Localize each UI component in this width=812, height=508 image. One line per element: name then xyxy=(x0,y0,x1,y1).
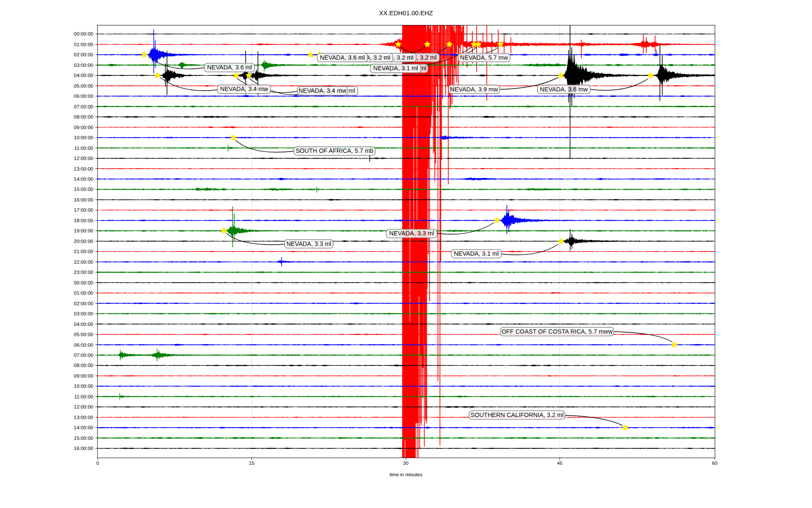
svg-text:06:00:00: 06:00:00 xyxy=(74,342,93,348)
svg-text:OFF COAST OF COSTA RICA, 5.7 m: OFF COAST OF COSTA RICA, 5.7 mww xyxy=(502,328,613,335)
svg-text:NEVADA, 3.6 mw: NEVADA, 3.6 mw xyxy=(540,86,588,93)
svg-text:16:00:00: 16:00:00 xyxy=(74,197,93,203)
svg-text:12:00:00: 12:00:00 xyxy=(74,404,93,410)
svg-text:14:00:00: 14:00:00 xyxy=(74,176,93,182)
svg-text:07:00:00: 07:00:00 xyxy=(74,104,93,110)
svg-text:01:00:00: 01:00:00 xyxy=(74,290,93,296)
svg-text:SOUTH OF AFRICA, 5.7 mb: SOUTH OF AFRICA, 5.7 mb xyxy=(296,147,373,154)
svg-text:SOUTHERN CALIFORNIA, 3.2 ml: SOUTHERN CALIFORNIA, 3.2 ml xyxy=(471,411,564,418)
svg-text:10:00:00: 10:00:00 xyxy=(74,383,93,389)
svg-text:08:00:00: 08:00:00 xyxy=(74,362,93,368)
svg-text:15: 15 xyxy=(249,461,255,466)
svg-text:04:00:00: 04:00:00 xyxy=(74,72,93,78)
svg-text:13:00:00: 13:00:00 xyxy=(74,414,93,420)
svg-text:17:00:00: 17:00:00 xyxy=(74,207,93,213)
svg-text:03:00:00: 03:00:00 xyxy=(74,311,93,317)
svg-text:NEVADA, 3.3 ml: NEVADA, 3.3 ml xyxy=(389,230,434,237)
svg-text:11:00:00: 11:00:00 xyxy=(74,145,93,151)
svg-text:NEVADA, 3.9 mw: NEVADA, 3.9 mw xyxy=(450,86,498,93)
svg-text:07:00:00: 07:00:00 xyxy=(74,352,93,358)
svg-text:30: 30 xyxy=(403,461,409,466)
svg-text:05:00:00: 05:00:00 xyxy=(74,83,93,89)
svg-text:09:00:00: 09:00:00 xyxy=(74,373,93,379)
svg-text:12:00:00: 12:00:00 xyxy=(74,155,93,161)
svg-text:11:00:00: 11:00:00 xyxy=(74,394,93,400)
svg-text:14:00:00: 14:00:00 xyxy=(74,425,93,431)
svg-text:NEVADA, 3.4 mw: NEVADA, 3.4 mw xyxy=(299,87,347,94)
svg-text:09:00:00: 09:00:00 xyxy=(74,124,93,130)
svg-text:time in minutes: time in minutes xyxy=(390,472,422,477)
svg-text:06:00:00: 06:00:00 xyxy=(74,93,93,99)
svg-text:04:00:00: 04:00:00 xyxy=(74,321,93,327)
svg-text:15:00:00: 15:00:00 xyxy=(74,186,93,192)
svg-text:19:00:00: 19:00:00 xyxy=(74,228,93,234)
svg-text:NEVADA, 3.1 ml: NEVADA, 3.1 ml xyxy=(373,65,418,72)
svg-text:08:00:00: 08:00:00 xyxy=(74,114,93,120)
svg-text:02:00:00: 02:00:00 xyxy=(74,301,93,306)
svg-text:05:00:00: 05:00:00 xyxy=(74,331,93,337)
svg-text:13:00:00: 13:00:00 xyxy=(74,166,93,172)
svg-text:20:00:00: 20:00:00 xyxy=(74,238,93,244)
svg-text:15:00:00: 15:00:00 xyxy=(74,435,93,441)
svg-text:02:00:00: 02:00:00 xyxy=(74,52,93,58)
svg-text:22:00:00: 22:00:00 xyxy=(74,259,93,265)
svg-text:01:00:00: 01:00:00 xyxy=(74,41,93,47)
svg-text:NEVADA, 3.3 ml: NEVADA, 3.3 ml xyxy=(286,240,331,247)
svg-text:NEVADA, 5.7 mw: NEVADA, 5.7 mw xyxy=(460,54,508,61)
svg-text:NEVADA, 3.6 ml: NEVADA, 3.6 ml xyxy=(207,64,252,71)
svg-text:NEVADA, 3.4 mw: NEVADA, 3.4 mw xyxy=(220,86,268,92)
svg-text:16:00:00: 16:00:00 xyxy=(74,445,93,451)
svg-text:00:00:00: 00:00:00 xyxy=(74,280,93,286)
svg-text:21:00:00: 21:00:00 xyxy=(74,248,93,254)
svg-text:60: 60 xyxy=(712,461,718,466)
svg-text:03:00:00: 03:00:00 xyxy=(74,62,93,68)
svg-text:0: 0 xyxy=(96,461,99,466)
svg-text:10:00:00: 10:00:00 xyxy=(74,135,93,141)
svg-text:45: 45 xyxy=(557,461,562,466)
svg-text:18:00:00: 18:00:00 xyxy=(74,218,93,224)
svg-text:00:00:00: 00:00:00 xyxy=(74,31,93,37)
svg-text:23:00:00: 23:00:00 xyxy=(74,269,93,275)
svg-text:NEVADA, 3.1 ml: NEVADA, 3.1 ml xyxy=(454,250,499,257)
svg-text:XX.EDH01.00.EHZ: XX.EDH01.00.EHZ xyxy=(379,9,433,17)
svg-text:NEVADA, 3.6 ml: NEVADA, 3.6 ml xyxy=(320,54,365,61)
